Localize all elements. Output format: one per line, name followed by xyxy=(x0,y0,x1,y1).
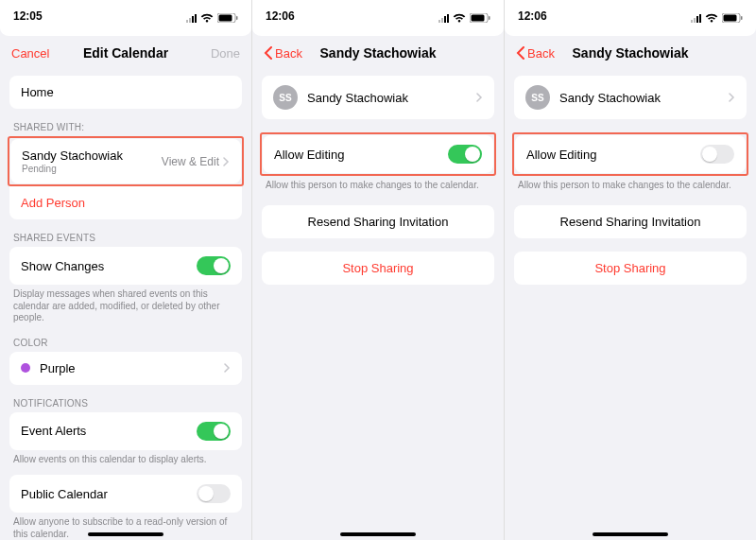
shared-person-row[interactable]: Sandy Stachowiak Pending View & Edit xyxy=(10,139,241,183)
notch-area xyxy=(0,26,251,36)
cellular-icon xyxy=(186,13,197,23)
nav-title: Edit Calendar xyxy=(60,45,191,61)
home-indicator[interactable] xyxy=(88,532,163,536)
chevron-right-icon xyxy=(729,93,735,102)
content-area: SS Sandy Stachowiak Allow Editing Allow … xyxy=(505,68,756,285)
color-row[interactable]: Purple xyxy=(9,352,242,385)
color-dot-icon xyxy=(21,363,30,373)
add-person-button[interactable]: Add Person xyxy=(9,186,242,219)
event-alerts-label: Event Alerts xyxy=(21,424,86,438)
public-calendar-row[interactable]: Public Calendar xyxy=(9,475,242,513)
shared-events-header: SHARED EVENTS xyxy=(9,233,242,247)
resend-invitation-label: Resend Sharing Invitation xyxy=(273,215,483,229)
allow-editing-label: Allow Editing xyxy=(526,148,596,162)
status-right xyxy=(186,13,238,23)
chevron-left-icon xyxy=(264,46,273,60)
svg-rect-2 xyxy=(236,16,238,20)
public-calendar-label: Public Calendar xyxy=(21,487,108,501)
show-changes-toggle[interactable] xyxy=(197,256,231,275)
stop-sharing-button[interactable]: Stop Sharing xyxy=(514,252,747,285)
back-label: Back xyxy=(275,46,302,61)
stop-sharing-button[interactable]: Stop Sharing xyxy=(262,252,494,285)
stop-sharing-label: Stop Sharing xyxy=(525,261,735,275)
resend-invitation-button[interactable]: Resend Sharing Invitation xyxy=(514,205,747,238)
event-alerts-toggle[interactable] xyxy=(197,422,231,441)
avatar: SS xyxy=(273,85,298,110)
person-name: Sandy Stachowiak xyxy=(307,91,408,105)
shared-person-status: Pending xyxy=(22,164,123,174)
allow-editing-toggle[interactable] xyxy=(700,145,734,164)
back-label: Back xyxy=(527,46,555,61)
allow-editing-label: Allow Editing xyxy=(274,148,344,162)
done-button[interactable]: Done xyxy=(191,46,240,61)
notch-area xyxy=(505,26,756,36)
highlight-allow-editing: Allow Editing xyxy=(512,132,748,176)
status-time: 12:06 xyxy=(518,9,547,23)
person-row[interactable]: SS Sandy Stachowiak xyxy=(262,76,494,119)
cellular-icon xyxy=(438,13,449,23)
allow-editing-toggle[interactable] xyxy=(448,145,482,164)
status-bar: 12:06 xyxy=(252,0,504,26)
color-header: COLOR xyxy=(9,338,242,352)
content-area: SS Sandy Stachowiak Allow Editing Allow … xyxy=(252,68,504,285)
highlight-allow-editing: Allow Editing xyxy=(260,132,496,176)
color-value: Purple xyxy=(40,361,76,375)
show-changes-row[interactable]: Show Changes xyxy=(9,247,242,285)
shared-person-name: Sandy Stachowiak xyxy=(22,148,123,163)
show-changes-footer: Display messages when shared events on t… xyxy=(9,285,242,324)
wifi-icon xyxy=(453,13,466,23)
chevron-right-icon xyxy=(224,363,231,373)
chevron-right-icon xyxy=(223,157,230,166)
allow-editing-footer: Allow this person to make changes to the… xyxy=(514,176,747,192)
wifi-icon xyxy=(200,13,214,23)
calendar-name-field[interactable]: Home xyxy=(9,76,242,109)
svg-rect-8 xyxy=(741,16,743,20)
nav-bar: Back Sandy Stachowiak xyxy=(252,40,504,68)
person-row[interactable]: SS Sandy Stachowiak xyxy=(514,76,747,119)
allow-editing-row[interactable]: Allow Editing xyxy=(263,135,493,173)
add-person-label: Add Person xyxy=(21,196,85,210)
wifi-icon xyxy=(705,13,718,23)
home-indicator[interactable] xyxy=(593,532,668,536)
status-time: 12:05 xyxy=(13,9,43,23)
notifications-header: NOTIFICATIONS xyxy=(9,398,242,412)
back-button[interactable]: Back xyxy=(516,46,565,61)
svg-rect-5 xyxy=(489,16,490,20)
screen-person-allow-on: 12:06 Back Sandy Stachowiak SS S xyxy=(252,0,504,540)
nav-title: Sandy Stachowiak xyxy=(313,45,443,61)
public-calendar-toggle[interactable] xyxy=(197,484,231,503)
battery-icon xyxy=(217,13,238,23)
svg-rect-1 xyxy=(219,15,232,22)
event-alerts-footer: Allow events on this calendar to display… xyxy=(9,450,242,466)
nav-bar: Back Sandy Stachowiak xyxy=(505,40,756,68)
allow-editing-footer: Allow this person to make changes to the… xyxy=(262,176,494,192)
calendar-name-value: Home xyxy=(21,85,54,99)
svg-rect-7 xyxy=(724,15,737,22)
avatar: SS xyxy=(525,85,550,110)
status-time: 12:06 xyxy=(266,9,295,23)
resend-invitation-label: Resend Sharing Invitation xyxy=(525,215,735,229)
show-changes-label: Show Changes xyxy=(21,259,104,273)
battery-icon xyxy=(722,13,743,23)
person-name: Sandy Stachowiak xyxy=(559,91,661,105)
status-right xyxy=(438,13,490,23)
svg-rect-4 xyxy=(472,15,485,22)
event-alerts-row[interactable]: Event Alerts xyxy=(9,412,242,450)
chevron-right-icon xyxy=(476,93,483,102)
content-area: Home SHARED WITH: Sandy Stachowiak Pendi… xyxy=(0,68,251,540)
home-indicator[interactable] xyxy=(340,532,416,536)
battery-icon xyxy=(470,13,490,23)
shared-person-permission: View & Edit xyxy=(162,155,230,168)
back-button[interactable]: Back xyxy=(264,46,313,61)
cancel-button[interactable]: Cancel xyxy=(11,46,60,61)
resend-invitation-button[interactable]: Resend Sharing Invitation xyxy=(262,205,494,238)
screen-person-allow-off: 12:06 Back Sandy Stachowiak SS S xyxy=(505,0,756,540)
shared-with-header: SHARED WITH: xyxy=(9,122,242,136)
status-bar: 12:05 xyxy=(0,0,251,26)
nav-title: Sandy Stachowiak xyxy=(565,45,696,61)
screen-edit-calendar: 12:05 Cancel Edit Calendar Done Home xyxy=(0,0,251,540)
stop-sharing-label: Stop Sharing xyxy=(273,261,483,275)
chevron-left-icon xyxy=(516,46,525,60)
nav-bar: Cancel Edit Calendar Done xyxy=(0,40,251,68)
allow-editing-row[interactable]: Allow Editing xyxy=(515,135,746,173)
